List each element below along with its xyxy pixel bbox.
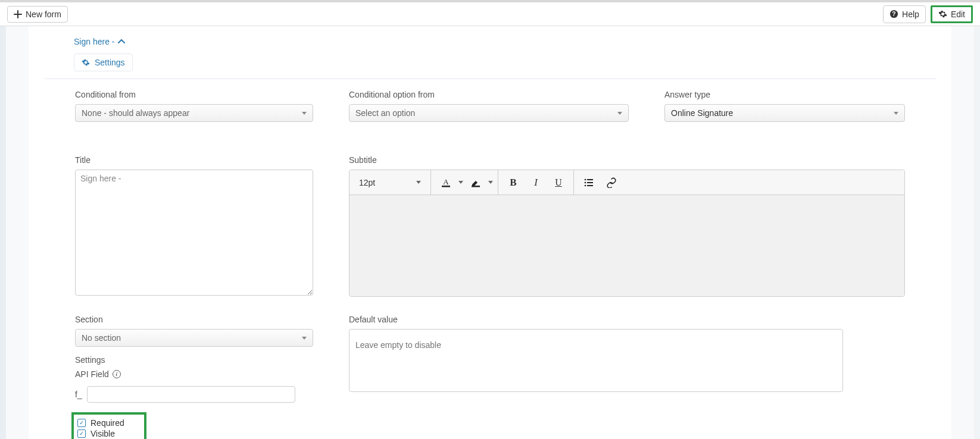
- highlight-color-button[interactable]: [466, 173, 486, 193]
- conditional-from-label: Conditional from: [75, 90, 313, 99]
- answer-type-value: Online Signature: [671, 108, 733, 118]
- api-field-label: API Field: [75, 369, 109, 379]
- visible-label: Visible: [90, 429, 115, 438]
- text-color-button[interactable]: A: [436, 173, 456, 193]
- toolbar-format-group: B I U: [498, 170, 574, 195]
- settings-row-1: Conditional from None - should always ap…: [44, 79, 936, 139]
- link-button[interactable]: [601, 173, 622, 193]
- conditional-option-label: Conditional option from: [349, 90, 629, 99]
- top-toolbar: New form ? Help Edit: [0, 0, 980, 26]
- bold-button[interactable]: B: [503, 173, 523, 193]
- settings-row-2: Title Subtitle 12pt: [44, 155, 936, 297]
- svg-rect-8: [587, 182, 593, 183]
- breadcrumb-toggle[interactable]: Sign here -: [74, 37, 951, 46]
- required-visible-highlight: ✓ Required ✓ Visible: [71, 412, 146, 439]
- svg-rect-4: [472, 186, 480, 187]
- conditional-option-block: Conditional option from Select an option: [349, 90, 629, 122]
- new-form-button[interactable]: New form: [7, 6, 68, 23]
- new-form-label: New form: [26, 10, 61, 19]
- gear-icon: [82, 58, 90, 67]
- svg-point-9: [585, 184, 586, 186]
- editor-content-area[interactable]: [349, 195, 904, 296]
- chevron-down-icon: [617, 112, 622, 115]
- section-settings-block: Section No section Settings API Field i …: [75, 315, 313, 439]
- top-toolbar-right: ? Help Edit: [883, 5, 973, 23]
- conditional-from-select[interactable]: None - should always appear: [75, 104, 313, 122]
- info-icon[interactable]: i: [113, 370, 121, 378]
- default-value-label: Default value: [349, 315, 905, 324]
- section-value: No section: [82, 333, 121, 343]
- title-block: Title: [75, 155, 313, 297]
- title-input[interactable]: [75, 170, 313, 296]
- api-prefix: f_: [75, 390, 82, 399]
- default-value-block: Default value: [349, 315, 905, 439]
- help-icon: ?: [890, 10, 898, 18]
- page-body: Sign here - Settings Conditional from No…: [0, 26, 980, 439]
- chevron-down-icon: [302, 337, 307, 340]
- subtitle-block: Subtitle 12pt A: [349, 155, 905, 297]
- section-select[interactable]: No section: [75, 329, 313, 347]
- editor-toolbar: 12pt A: [349, 170, 904, 195]
- font-size-select[interactable]: 12pt: [354, 178, 426, 187]
- svg-text:?: ?: [892, 11, 895, 17]
- chevron-down-icon[interactable]: [488, 181, 493, 184]
- settings-subheading: Settings: [75, 355, 313, 365]
- toolbar-font-group: 12pt: [349, 170, 431, 195]
- title-label: Title: [75, 155, 313, 165]
- default-value-input[interactable]: [349, 329, 843, 392]
- required-checkbox[interactable]: ✓: [77, 419, 86, 427]
- rich-text-editor: 12pt A: [349, 170, 905, 297]
- settings-row-3: Section No section Settings API Field i …: [44, 315, 936, 439]
- bullet-list-button[interactable]: [579, 173, 599, 193]
- chevron-down-icon: [302, 112, 307, 115]
- answer-type-label: Answer type: [664, 90, 905, 99]
- settings-label: Settings: [95, 58, 125, 67]
- toolbar-color-group: A: [431, 170, 498, 195]
- svg-point-5: [585, 178, 586, 180]
- edit-button[interactable]: Edit: [931, 5, 973, 23]
- section-label: Section: [75, 315, 313, 324]
- conditional-from-value: None - should always appear: [82, 108, 189, 118]
- visible-row: ✓ Visible: [77, 429, 141, 438]
- help-button[interactable]: ? Help: [883, 5, 926, 23]
- answer-type-block: Answer type Online Signature: [664, 90, 905, 122]
- toolbar-insert-group: [574, 170, 626, 195]
- chevron-down-icon: [894, 112, 898, 115]
- settings-button[interactable]: Settings: [74, 54, 133, 71]
- help-label: Help: [902, 10, 919, 19]
- chevron-up-icon: [118, 39, 125, 45]
- form-card: Sign here - Settings Conditional from No…: [29, 26, 951, 439]
- svg-rect-3: [442, 186, 450, 187]
- edit-label: Edit: [951, 10, 965, 19]
- gear-icon: [938, 10, 947, 18]
- plus-icon: [14, 10, 22, 18]
- chevron-down-icon[interactable]: [458, 181, 463, 184]
- chevron-down-icon: [416, 181, 421, 184]
- svg-text:A: A: [443, 177, 449, 186]
- svg-point-7: [585, 181, 586, 183]
- card-header: Sign here - Settings: [29, 37, 951, 79]
- visible-checkbox[interactable]: ✓: [77, 429, 86, 438]
- svg-rect-6: [587, 179, 593, 180]
- required-label: Required: [90, 418, 124, 428]
- conditional-from-block: Conditional from None - should always ap…: [75, 90, 313, 122]
- api-field-input[interactable]: [87, 386, 295, 403]
- breadcrumb-label: Sign here -: [74, 37, 114, 46]
- required-row: ✓ Required: [77, 418, 141, 428]
- font-size-value: 12pt: [359, 178, 375, 187]
- api-field-label-row: API Field i: [75, 369, 313, 379]
- conditional-option-value: Select an option: [355, 108, 415, 118]
- italic-button[interactable]: I: [526, 173, 546, 193]
- conditional-option-select[interactable]: Select an option: [349, 104, 629, 122]
- underline-button[interactable]: U: [548, 173, 569, 193]
- subtitle-label: Subtitle: [349, 155, 905, 165]
- api-field-row: f_: [75, 386, 313, 403]
- svg-rect-10: [587, 185, 593, 186]
- answer-type-select[interactable]: Online Signature: [664, 104, 905, 122]
